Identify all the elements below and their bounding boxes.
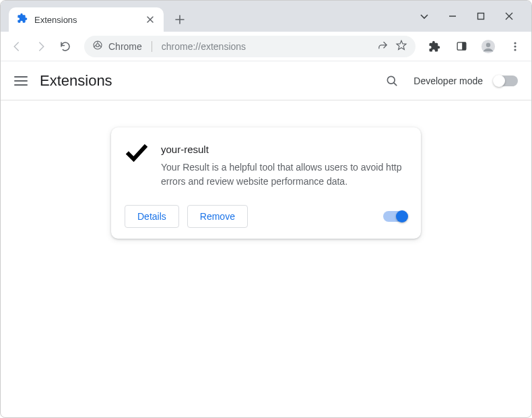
remove-button[interactable]: Remove <box>187 205 248 228</box>
address-bar[interactable]: Chrome chrome://extensions <box>84 36 415 57</box>
bookmark-star-icon[interactable] <box>395 39 407 53</box>
developer-mode-toggle[interactable] <box>494 76 518 86</box>
omnibox-scheme: Chrome <box>108 41 142 52</box>
maximize-button[interactable] <box>475 10 487 22</box>
svg-rect-4 <box>462 42 466 50</box>
search-icon[interactable] <box>381 70 403 92</box>
svg-point-6 <box>486 42 490 47</box>
extension-description: Your Result is a helpful tool that allow… <box>161 160 407 189</box>
back-button[interactable] <box>6 36 28 57</box>
tab-title: Extensions <box>34 15 145 25</box>
forward-button[interactable] <box>30 36 52 57</box>
details-button[interactable]: Details <box>125 205 179 228</box>
svg-point-9 <box>514 49 516 51</box>
chrome-icon <box>92 40 103 53</box>
sidepanel-icon[interactable] <box>451 36 472 57</box>
close-tab-button[interactable] <box>145 14 156 25</box>
developer-mode-label: Developer mode <box>413 76 483 86</box>
svg-point-8 <box>514 45 516 47</box>
omnibox-divider <box>152 41 152 52</box>
svg-point-7 <box>514 42 516 44</box>
extensions-page-header: Extensions Developer mode <box>1 61 531 100</box>
window-controls <box>406 1 527 32</box>
browser-tab[interactable]: Extensions <box>9 7 164 32</box>
menu-button[interactable] <box>504 36 526 57</box>
checkmark-icon <box>125 141 149 189</box>
profile-avatar[interactable] <box>477 36 499 57</box>
svg-point-2 <box>96 44 100 47</box>
chevron-down-icon[interactable] <box>418 10 430 22</box>
hamburger-menu-button[interactable] <box>14 76 28 86</box>
extension-name: your-result <box>161 144 407 155</box>
extension-enable-toggle[interactable] <box>383 211 407 222</box>
extensions-content: your-result Your Result is a helpful too… <box>1 100 531 239</box>
window-titlebar: Extensions <box>1 1 531 32</box>
page-title: Extensions <box>40 72 112 90</box>
extension-card: your-result Your Result is a helpful too… <box>111 127 421 239</box>
new-tab-button[interactable] <box>170 10 189 29</box>
puzzle-icon <box>17 13 28 26</box>
reload-button[interactable] <box>55 36 76 57</box>
extensions-icon[interactable] <box>424 36 445 57</box>
minimize-button[interactable] <box>446 10 459 22</box>
omnibox-url: chrome://extensions <box>162 41 246 52</box>
close-window-button[interactable] <box>503 10 515 22</box>
svg-rect-0 <box>478 13 484 20</box>
browser-toolbar: Chrome chrome://extensions <box>1 32 531 61</box>
share-icon[interactable] <box>377 40 389 53</box>
